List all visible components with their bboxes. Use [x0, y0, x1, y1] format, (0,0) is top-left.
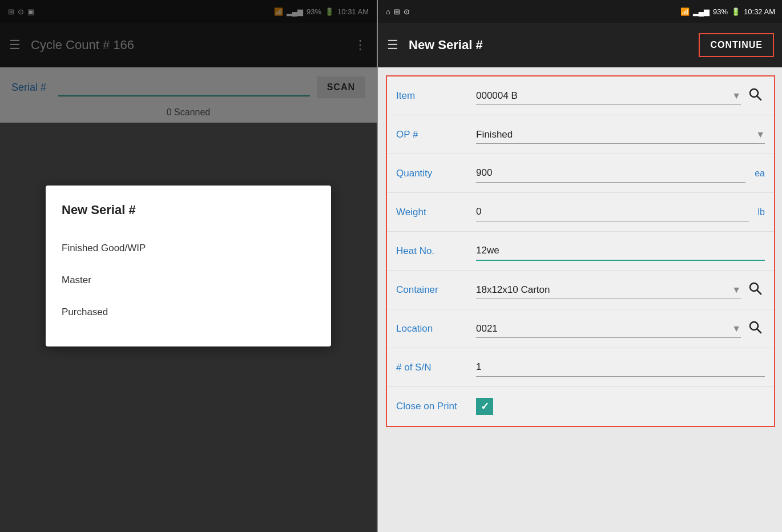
right-battery-pct: 93% — [713, 7, 728, 16]
op-row: OP # Finished ▼ — [387, 115, 774, 154]
heat-no-row: Heat No. — [387, 232, 774, 271]
right-time: 10:32 AM — [744, 7, 775, 16]
num-sn-input[interactable] — [476, 358, 765, 377]
container-value-area: 18x12x10 Carton ▼ — [476, 281, 765, 299]
right-status-icons: ⌂ ⊞ ⊙ — [386, 7, 410, 16]
close-on-print-label: Close on Print — [396, 401, 476, 412]
dialog-item-finished-good[interactable]: Finished Good/WIP — [62, 235, 315, 262]
num-sn-label: # of S/N — [396, 362, 476, 373]
dialog-title: New Serial # — [62, 203, 315, 217]
quantity-value-area: ea — [476, 164, 765, 183]
quantity-label: Quantity — [396, 168, 476, 179]
bb-icon-right: ⊞ — [394, 7, 400, 16]
right-signal-bars: ▂▄▆ — [693, 7, 710, 16]
item-select-wrapper: 000004 B ▼ — [476, 87, 741, 105]
op-select-wrapper: Finished ▼ — [476, 126, 765, 144]
dialog-item-master[interactable]: Master — [62, 267, 315, 294]
heat-no-input[interactable] — [476, 241, 765, 261]
close-on-print-row: Close on Print ✓ — [387, 387, 774, 426]
location-label: Location — [396, 323, 476, 334]
right-status-right: 📶 ▂▄▆ 93% 🔋 10:32 AM — [680, 7, 775, 16]
location-select[interactable]: 0021 — [476, 320, 741, 338]
weight-value-area: lb — [476, 203, 765, 221]
weight-row: Weight lb — [387, 193, 774, 232]
weight-label: Weight — [396, 207, 476, 218]
right-panel: ⌂ ⊞ ⊙ 📶 ▂▄▆ 93% 🔋 10:32 AM ☰ New Serial … — [378, 0, 782, 532]
close-on-print-checkbox[interactable]: ✓ — [476, 398, 493, 415]
item-row: Item 000004 B ▼ — [387, 76, 774, 115]
item-value-area: 000004 B ▼ — [476, 87, 765, 105]
item-search-icon[interactable] — [745, 87, 765, 105]
op-label: OP # — [396, 129, 476, 140]
right-battery-icon: 🔋 — [731, 7, 740, 16]
dialog-item-purchased[interactable]: Purchased — [62, 299, 315, 326]
op-value-area: Finished ▼ — [476, 126, 765, 144]
svg-line-5 — [757, 329, 761, 333]
container-select-wrapper: 18x12x10 Carton ▼ — [476, 281, 741, 299]
container-select[interactable]: 18x12x10 Carton — [476, 281, 741, 299]
heat-no-value-area — [476, 241, 765, 261]
right-top-bar-title: New Serial # — [409, 38, 688, 53]
close-on-print-value-area: ✓ — [476, 398, 765, 415]
location-value-area: 0021 ▼ — [476, 320, 765, 338]
num-sn-row: # of S/N — [387, 348, 774, 387]
weight-input[interactable] — [476, 203, 749, 221]
svg-line-1 — [757, 96, 761, 100]
right-status-bar: ⌂ ⊞ ⊙ 📶 ▂▄▆ 93% 🔋 10:32 AM — [378, 0, 782, 23]
camera-icon-right: ⊙ — [404, 7, 410, 16]
dialog-box: New Serial # Finished Good/WIP Master Pu… — [46, 186, 331, 346]
continue-button[interactable]: CONTINUE — [699, 33, 774, 57]
item-select[interactable]: 000004 B — [476, 87, 741, 105]
home-icon: ⌂ — [386, 7, 390, 16]
quantity-row: Quantity ea — [387, 154, 774, 193]
right-wifi-icon: 📶 — [680, 7, 690, 16]
location-select-wrapper: 0021 ▼ — [476, 320, 741, 338]
item-label: Item — [396, 90, 476, 102]
container-row: Container 18x12x10 Carton ▼ — [387, 271, 774, 309]
container-search-icon[interactable] — [745, 281, 765, 299]
left-panel: ⊞ ⊙ ▣ 📶 ▂▄▆ 93% 🔋 10:31 AM ☰ Cycle Count… — [0, 0, 377, 532]
location-search-icon[interactable] — [745, 320, 765, 338]
form-area: Item 000004 B ▼ OP # — [386, 75, 775, 427]
location-row: Location 0021 ▼ — [387, 309, 774, 348]
weight-unit: lb — [758, 207, 765, 217]
svg-line-3 — [757, 290, 761, 294]
right-top-bar: ☰ New Serial # CONTINUE — [378, 23, 782, 67]
checkbox-wrapper[interactable]: ✓ — [476, 398, 493, 415]
quantity-input[interactable] — [476, 164, 745, 183]
checkmark-icon: ✓ — [481, 400, 489, 413]
container-label: Container — [396, 284, 476, 296]
quantity-unit: ea — [755, 168, 765, 179]
num-sn-value-area — [476, 358, 765, 377]
heat-no-label: Heat No. — [396, 245, 476, 257]
op-select[interactable]: Finished — [476, 126, 765, 144]
dialog-overlay: New Serial # Finished Good/WIP Master Pu… — [0, 0, 377, 532]
right-hamburger-icon[interactable]: ☰ — [387, 38, 398, 53]
